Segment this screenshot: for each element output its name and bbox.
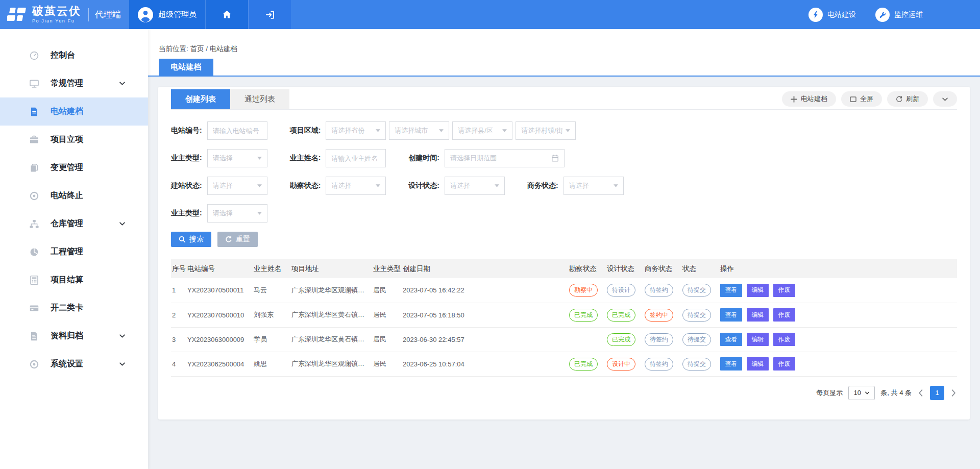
sidebar-item-label: 项目结算 [51, 275, 137, 285]
city-select[interactable]: 请选择城市 [389, 121, 449, 140]
void-button[interactable]: 作废 [773, 284, 795, 297]
business-status-badge: 签约中 [645, 309, 673, 322]
cell-owner-type: 居民 [372, 327, 402, 352]
filter-group-create-time-range-picker: 创建时间:请选择日期范围 [408, 149, 565, 167]
logout-icon [265, 10, 275, 20]
home-button[interactable] [205, 0, 248, 29]
column-header-code: 电站编号 [186, 259, 253, 278]
view-button[interactable]: 查看 [720, 284, 742, 297]
sidebar-item-data-archive[interactable]: 资料归档 [0, 322, 148, 350]
logout-button[interactable] [248, 0, 291, 29]
cell-status-status: 待提交 [681, 303, 719, 327]
station-code-input[interactable] [207, 121, 267, 140]
county-select[interactable]: 请选择县/区 [452, 121, 512, 140]
filter-group-build-status-select: 建站状态:请选择 [171, 177, 267, 195]
cell-status-status: 待提交 [681, 327, 719, 352]
briefcase-icon [29, 135, 39, 145]
next-page-button[interactable] [950, 389, 957, 397]
edit-button[interactable]: 编辑 [747, 357, 769, 371]
create-time-range-picker[interactable]: 请选择日期范围 [445, 149, 565, 167]
tab-passed-list[interactable]: 通过列表 [230, 89, 289, 109]
sidebar-item-general-management[interactable]: 常规管理 [0, 69, 148, 97]
survey-status-badge: 勘察中 [569, 284, 598, 297]
filter-form: 电站编号:项目区域:请选择省份请选择城市请选择县/区请选择村镇/街道业主类型:请… [171, 110, 957, 223]
owner-name-input[interactable] [326, 149, 386, 167]
cell-address: 广东深圳龙华区黄石镇星官大... [290, 303, 372, 327]
more-button[interactable] [933, 91, 957, 107]
current-page[interactable]: 1 [930, 386, 944, 400]
build-status-select[interactable]: 请选择 [207, 177, 267, 195]
cell-owner-type: 居民 [372, 303, 402, 327]
refresh-button[interactable]: 刷新 [887, 91, 928, 107]
cell-design-status: 设计中 [606, 352, 644, 376]
breadcrumb-home-link[interactable]: 首页 [190, 45, 204, 53]
cell-owner-name: 姚思 [253, 352, 290, 376]
fullscreen-button[interactable]: 全屏 [841, 91, 882, 107]
cell-business-status: 签约中 [644, 303, 681, 327]
chevron-down-icon [865, 390, 870, 396]
filter-row: 业主类型:请选择 [171, 204, 957, 223]
breadcrumb-prefix: 当前位置: [159, 45, 188, 53]
sidebar-item-station-archive[interactable]: 电站建档 [0, 97, 148, 126]
filter-label: 创建时间: [408, 154, 439, 163]
province-select[interactable]: 请选择省份 [326, 121, 386, 140]
table-row: 2YX2023070500010刘强东广东深圳龙华区黄石镇星官大...居民202… [171, 303, 957, 327]
business-status-badge: 待签约 [645, 358, 673, 371]
void-button[interactable]: 作废 [773, 308, 795, 322]
cell-seq: 3 [171, 327, 186, 352]
view-button[interactable]: 查看 [720, 333, 742, 346]
per-page-select[interactable]: 10 [848, 386, 875, 400]
cell-created-date: 2023-07-05 16:42:22 [402, 278, 568, 303]
sidebar-item-project-initiation[interactable]: 项目立项 [0, 126, 148, 154]
select-placeholder: 请选择 [450, 181, 470, 190]
tab-created-list[interactable]: 创建列表 [171, 89, 230, 109]
owner-type-select[interactable]: 请选择 [207, 149, 267, 167]
sidebar-item-change-management[interactable]: 变更管理 [0, 154, 148, 182]
view-button[interactable]: 查看 [720, 308, 742, 322]
edit-button[interactable]: 编辑 [747, 284, 769, 297]
search-button[interactable]: 搜索 [171, 232, 211, 247]
prev-page-button[interactable] [917, 389, 924, 397]
pagination: 每页显示 10 条, 共 4 条 1 [171, 386, 957, 400]
station-construction-link[interactable]: 电站建设 [808, 8, 856, 22]
column-header-status: 状态 [681, 259, 719, 278]
survey-status-select[interactable]: 请选择 [326, 177, 386, 195]
select-placeholder: 请选择 [213, 154, 233, 163]
sidebar-item-system-settings[interactable]: 系统设置 [0, 350, 148, 378]
design-status-badge: 设计中 [607, 358, 635, 371]
breadcrumb-separator: / [204, 45, 210, 53]
business-status-select[interactable]: 请选择 [564, 177, 624, 195]
design-status-select[interactable]: 请选择 [445, 177, 505, 195]
cell-business-status: 待签约 [644, 327, 681, 352]
town-select[interactable]: 请选择村镇/街道 [516, 121, 576, 140]
void-button[interactable]: 作废 [773, 333, 795, 346]
sidebar-item-warehouse-management[interactable]: 仓库管理 [0, 210, 148, 238]
settings-icon [29, 359, 39, 369]
sidebar-item-second-type-card[interactable]: 开二类卡 [0, 294, 148, 322]
user-menu[interactable]: 超级管理员 [129, 0, 205, 29]
sitemap-icon [29, 219, 39, 229]
sidebar-item-project-settlement[interactable]: 项目结算 [0, 266, 148, 294]
monitoring-ops-link[interactable]: 监控运维 [875, 8, 923, 22]
owner-type-select-2[interactable]: 请选择 [207, 204, 267, 223]
filter-group-design-status-select: 设计状态:请选择 [408, 177, 505, 195]
cell-design-status: 已完成 [606, 327, 644, 352]
add-station-button[interactable]: 电站建档 [782, 91, 836, 107]
filter-label: 业主类型: [171, 209, 202, 218]
edit-button[interactable]: 编辑 [747, 308, 769, 322]
sidebar-item-station-termination[interactable]: 电站终止 [0, 182, 148, 210]
sidebar-item-console[interactable]: 控制台 [0, 41, 148, 69]
gauge-icon [29, 51, 39, 61]
breadcrumb-strip: 当前位置: 首页 / 电站建档 电站建档 [148, 29, 980, 77]
edit-button[interactable]: 编辑 [747, 333, 769, 346]
pagination-total: 条, 共 4 条 [880, 388, 912, 398]
column-header-owner-name: 业主姓名 [253, 259, 290, 278]
view-button[interactable]: 查看 [720, 357, 742, 371]
sidebar-item-engineering-management[interactable]: 工程管理 [0, 238, 148, 266]
void-button[interactable]: 作废 [773, 357, 795, 371]
cell-code: YX2023070500011 [186, 278, 253, 303]
cell-design-status: 待设计 [606, 278, 644, 303]
reset-button[interactable]: 重置 [217, 232, 258, 247]
page-tab[interactable]: 电站建档 [159, 59, 213, 76]
date-placeholder: 请选择日期范围 [450, 154, 497, 163]
